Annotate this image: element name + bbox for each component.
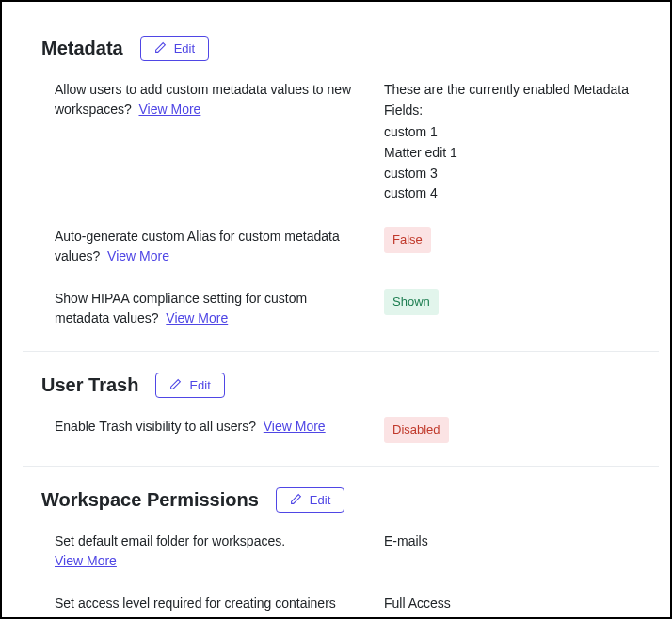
setting-label: Auto-generate custom Alias for custom me…: [55, 229, 340, 263]
setting-value: Disabled: [384, 417, 640, 443]
section-metadata: Metadata Edit Allow users to add custom …: [23, 15, 659, 352]
view-more-link[interactable]: View More: [107, 248, 169, 263]
setting-label: Enable Trash visibility to all users?: [55, 419, 256, 434]
edit-button-label: Edit: [310, 494, 330, 506]
row-access-level: Set access level required for creating c…: [41, 594, 640, 619]
section-title-workspace-permissions: Workspace Permissions: [41, 489, 259, 511]
row-email-folder: Set default email folder for workspaces.…: [41, 532, 640, 571]
edit-button-label: Edit: [174, 42, 195, 55]
section-header-user-trash: User Trash Edit: [41, 373, 640, 398]
row-allow-custom-metadata: Allow users to add custom metadata value…: [41, 80, 640, 204]
edit-button-user-trash[interactable]: Edit: [155, 373, 224, 398]
setting-text: Show HIPAA compliance setting for custom…: [55, 289, 384, 328]
row-hipaa: Show HIPAA compliance setting for custom…: [41, 289, 640, 328]
edit-button-workspace-permissions[interactable]: Edit: [276, 487, 344, 513]
setting-value: These are the currently enabled Metadata…: [384, 80, 640, 204]
value-email-folder: E-mails: [384, 533, 428, 548]
value-access-level: Full Access: [384, 595, 451, 611]
pencil-icon: [169, 378, 182, 392]
enabled-field-item: custom 1: [384, 122, 640, 143]
setting-text: Auto-generate custom Alias for custom me…: [55, 227, 384, 266]
enabled-fields-title: These are the currently enabled Metadata…: [384, 80, 640, 120]
setting-label: Allow users to add custom metadata value…: [55, 82, 351, 117]
setting-text: Enable Trash visibility to all users? Vi…: [55, 417, 384, 443]
view-more-link[interactable]: View More: [264, 419, 326, 434]
view-more-link[interactable]: View More: [138, 102, 200, 117]
section-title-user-trash: User Trash: [41, 374, 138, 396]
enabled-field-item: custom 3: [384, 164, 640, 184]
setting-value: E-mails: [384, 532, 640, 571]
setting-text: Set default email folder for workspaces.…: [55, 532, 384, 571]
setting-value: False: [384, 227, 640, 266]
setting-text: Set access level required for creating c…: [55, 594, 384, 619]
setting-value: Full Access: [384, 594, 640, 619]
section-title-metadata: Metadata: [41, 38, 123, 59]
section-header-workspace-permissions: Workspace Permissions Edit: [41, 487, 640, 513]
status-badge-disabled: Disabled: [384, 417, 449, 443]
enabled-field-item: Matter edit 1: [384, 143, 640, 164]
setting-label: Set default email folder for workspaces.: [55, 533, 285, 548]
status-badge-shown: Shown: [384, 289, 439, 315]
enabled-field-item: custom 4: [384, 183, 640, 204]
view-more-link[interactable]: View More: [166, 310, 228, 325]
row-auto-alias: Auto-generate custom Alias for custom me…: [41, 227, 640, 266]
setting-value: Shown: [384, 289, 640, 328]
pencil-icon: [154, 41, 167, 56]
edit-button-label: Edit: [189, 379, 210, 391]
section-workspace-permissions: Workspace Permissions Edit Set default e…: [23, 467, 659, 619]
view-more-link[interactable]: View More: [55, 553, 117, 568]
section-header-metadata: Metadata Edit: [41, 36, 640, 61]
setting-text: Allow users to add custom metadata value…: [55, 80, 384, 204]
pencil-icon: [290, 493, 302, 507]
status-badge-false: False: [384, 227, 431, 253]
section-user-trash: User Trash Edit Enable Trash visibility …: [23, 352, 659, 467]
edit-button-metadata[interactable]: Edit: [140, 36, 209, 61]
view-more-link[interactable]: View More: [176, 615, 238, 619]
row-trash-visibility: Enable Trash visibility to all users? Vi…: [41, 417, 640, 443]
